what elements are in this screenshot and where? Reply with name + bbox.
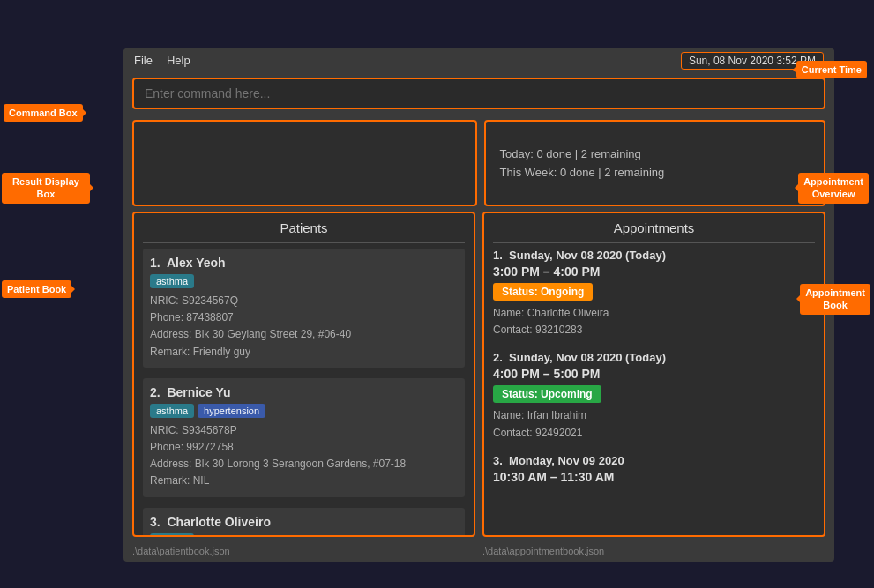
bottom-row: Patients 1. Alex Yeoh asthma NRIC: S9234… <box>123 212 834 542</box>
appt-3-time: 10:30 AM – 11:30 AM <box>493 470 815 484</box>
overview-today: Today: 0 done | 2 remaining <box>500 147 810 160</box>
appt-1-name: Name: Charlotte Oliveira <box>493 305 815 322</box>
patient-1-remark: Remark: Friendly guy <box>150 344 458 361</box>
patient-2-tag-asthma: asthma <box>150 404 194 418</box>
patient-1-tags: asthma <box>150 274 458 288</box>
menu-help[interactable]: Help <box>167 54 190 67</box>
current-time-annotation: Current Time <box>796 61 867 78</box>
patient-2-nric: NRIC: S9345678P <box>150 422 458 439</box>
patient-entry-3: 3. Charlotte Oliveiro asthma <box>143 508 465 536</box>
appt-2-contact: Contact: 92492021 <box>493 425 815 442</box>
app-window: File Help Sun, 08 Nov 2020 3:52 PM Today… <box>123 48 834 562</box>
patient-3-name: 3. Charlotte Oliveiro <box>150 515 458 529</box>
patient-2-name: 2. Bernice Yu <box>150 385 458 399</box>
patient-2-tag-hypertension: hypertension <box>198 404 265 418</box>
appt-2-name: Name: Irfan Ibrahim <box>493 407 815 424</box>
appointment-path: .\data\appointmentbook.json <box>482 544 825 558</box>
patient-entry-2: 2. Bernice Yu asthma hypertension NRIC: … <box>143 378 465 497</box>
result-display-box <box>132 120 477 206</box>
patients-header: Patients <box>134 213 474 242</box>
appt-entry-2: 2. Sunday, Nov 08 2020 (Today) 4:00 PM –… <box>493 351 815 441</box>
menu-bar: File Help Sun, 08 Nov 2020 3:52 PM <box>123 48 834 72</box>
appointments-panel: Appointments 1. Sunday, Nov 08 2020 (Tod… <box>482 212 825 537</box>
patient-2-phone: Phone: 99272758 <box>150 439 458 456</box>
appt-1-contact: Contact: 93210283 <box>493 322 815 339</box>
appt-2-time: 4:00 PM – 5:00 PM <box>493 367 815 381</box>
appt-1-date: 1. Sunday, Nov 08 2020 (Today) <box>493 249 815 262</box>
appointments-header: Appointments <box>484 213 824 242</box>
appt-1-status: Status: Ongoing <box>493 283 593 301</box>
footer-row: .\data\patientbook.json .\data\appointme… <box>123 542 834 562</box>
patient-1-phone: Phone: 87438807 <box>150 309 458 326</box>
patients-panel: Patients 1. Alex Yeoh asthma NRIC: S9234… <box>132 212 475 537</box>
patient-1-name: 1. Alex Yeoh <box>150 256 458 270</box>
patient-2-address: Address: Blk 30 Lorong 3 Serangoon Garde… <box>150 456 458 473</box>
patient-entry-1: 1. Alex Yeoh asthma NRIC: S9234567Q Phon… <box>143 249 465 368</box>
patient-book-annotation: Patient Book <box>2 280 71 298</box>
appt-2-date: 2. Sunday, Nov 08 2020 (Today) <box>493 351 815 364</box>
appt-2-status: Status: Upcoming <box>493 385 601 403</box>
patient-1-nric: NRIC: S9234567Q <box>150 293 458 309</box>
command-section <box>123 72 834 115</box>
command-input[interactable] <box>132 78 825 109</box>
overview-week: This Week: 0 done | 2 remaining <box>500 166 810 179</box>
appt-overview-annotation: AppointmentOverview <box>798 173 869 204</box>
appt-1-time: 3:00 PM – 4:00 PM <box>493 264 815 279</box>
patient-path: .\data\patientbook.json <box>132 544 475 558</box>
patient-2-tags: asthma hypertension <box>150 404 458 418</box>
patient-1-address: Address: Blk 30 Geylang Street 29, #06-4… <box>150 326 458 343</box>
menu-file[interactable]: File <box>134 54 153 67</box>
appt-3-date: 3. Monday, Nov 09 2020 <box>493 454 815 467</box>
patient-2-remark: Remark: NIL <box>150 473 458 489</box>
patient-1-tag-asthma: asthma <box>150 274 194 288</box>
command-box-annotation: Command Box <box>4 104 83 122</box>
middle-row: Today: 0 done | 2 remaining This Week: 0… <box>123 115 834 212</box>
appointment-book-annotation: AppointmentBook <box>800 284 870 315</box>
patient-3-tags: asthma <box>150 533 458 536</box>
patients-list[interactable]: 1. Alex Yeoh asthma NRIC: S9234567Q Phon… <box>134 243 474 535</box>
appt-entry-1: 1. Sunday, Nov 08 2020 (Today) 3:00 PM –… <box>493 249 815 339</box>
appointments-list[interactable]: 1. Sunday, Nov 08 2020 (Today) 3:00 PM –… <box>484 243 824 535</box>
appointment-overview-box: Today: 0 done | 2 remaining This Week: 0… <box>484 120 825 206</box>
patient-3-tag-asthma: asthma <box>150 533 194 536</box>
result-display-annotation: Result DisplayBox <box>2 173 90 204</box>
appt-entry-3: 3. Monday, Nov 09 2020 10:30 AM – 11:30 … <box>493 454 815 484</box>
outer-wrapper: Current Time Command Box Result DisplayB… <box>0 0 874 588</box>
